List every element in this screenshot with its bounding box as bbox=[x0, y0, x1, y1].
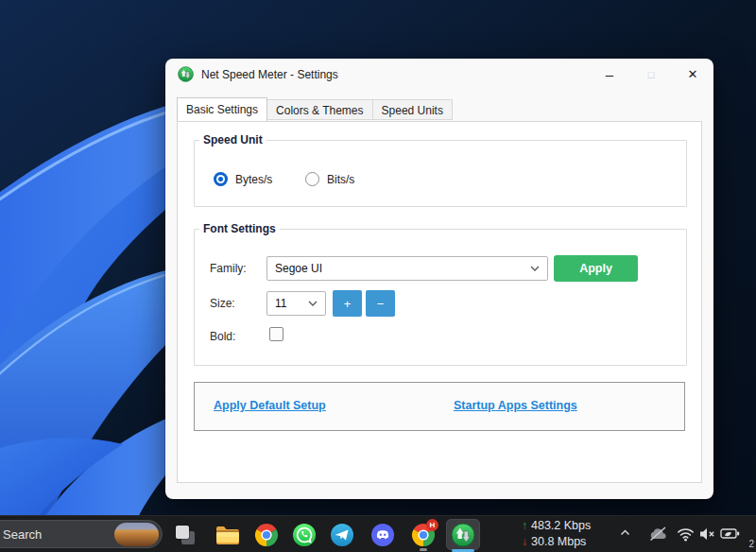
folder-icon bbox=[215, 524, 240, 546]
whatsapp-icon bbox=[292, 523, 317, 547]
decrease-size-button[interactable]: − bbox=[366, 290, 395, 317]
telegram-button[interactable] bbox=[330, 523, 354, 547]
bold-label: Bold: bbox=[210, 330, 235, 343]
radio-bits-label: Bits/s bbox=[327, 173, 354, 186]
chrome-button[interactable] bbox=[254, 523, 279, 547]
radio-unselected-icon bbox=[305, 172, 319, 186]
increase-size-button[interactable]: + bbox=[333, 290, 362, 317]
chrome-icon bbox=[254, 523, 279, 547]
radio-selected-icon bbox=[214, 172, 228, 186]
window-controls: – □ ✕ bbox=[589, 59, 713, 90]
chrome-profile-h-button[interactable]: H bbox=[411, 523, 436, 547]
onedrive-paused-cloud-icon bbox=[648, 526, 668, 542]
maximize-button[interactable]: □ bbox=[630, 59, 672, 90]
show-hidden-icons-button[interactable] bbox=[619, 528, 631, 537]
running-indicator bbox=[420, 548, 427, 551]
tab-basic-settings[interactable]: Basic Settings bbox=[177, 97, 267, 121]
font-size-combobox[interactable]: 11 bbox=[266, 291, 326, 316]
tab-page-basic-settings: Speed Unit Bytes/s Bits/s Font Settings … bbox=[177, 121, 702, 483]
chevron-down-icon bbox=[530, 266, 540, 271]
upload-arrow-icon: ↑ bbox=[522, 518, 527, 534]
bold-checkbox[interactable] bbox=[269, 327, 284, 341]
whatsapp-button[interactable] bbox=[292, 523, 317, 547]
battery-tray-button[interactable] bbox=[720, 527, 740, 540]
footer-links-box: Apply Default Setup Startup Apps Setting… bbox=[194, 382, 685, 431]
taskbar: Search bbox=[0, 515, 756, 552]
search-label: Search bbox=[3, 527, 42, 542]
download-arrow-icon: ↓ bbox=[522, 534, 527, 550]
onedrive-tray-button[interactable] bbox=[648, 526, 668, 542]
radio-bits-per-s[interactable]: Bits/s bbox=[305, 172, 354, 186]
active-app-indicator bbox=[452, 549, 474, 552]
discord-button[interactable] bbox=[370, 523, 395, 547]
apply-default-setup-link[interactable]: Apply Default Setup bbox=[214, 399, 326, 412]
radio-bytes-per-s[interactable]: Bytes/s bbox=[214, 172, 272, 186]
volume-tray-button[interactable] bbox=[699, 527, 716, 541]
radio-bytes-label: Bytes/s bbox=[235, 173, 272, 186]
font-size-value: 11 bbox=[275, 297, 286, 310]
desktop: Net Speed Meter - Settings – □ ✕ Basic S… bbox=[0, 0, 756, 552]
telegram-icon bbox=[330, 523, 354, 547]
font-family-value: Segoe UI bbox=[275, 262, 322, 275]
profile-badge: H bbox=[426, 519, 438, 531]
net-speed-meter-app-icon bbox=[178, 66, 194, 82]
settings-window: Net Speed Meter - Settings – □ ✕ Basic S… bbox=[165, 59, 713, 499]
bing-daily-image bbox=[114, 523, 159, 546]
net-speed-meter-icon bbox=[451, 523, 475, 547]
apply-button[interactable]: Apply bbox=[554, 255, 638, 282]
font-settings-group: Font Settings Family: Segoe UI Apply Siz… bbox=[194, 222, 687, 366]
net-speed-readout[interactable]: ↑ 483.2 Kbps ↓ 30.8 Mbps bbox=[522, 518, 591, 549]
taskbar-search[interactable]: Search bbox=[0, 520, 163, 548]
net-speed-meter-button[interactable] bbox=[446, 519, 480, 550]
wifi-tray-button[interactable] bbox=[677, 526, 695, 542]
window-titlebar[interactable]: Net Speed Meter - Settings – □ ✕ bbox=[165, 59, 713, 90]
volume-muted-icon bbox=[699, 527, 716, 541]
speed-unit-legend: Speed Unit bbox=[199, 133, 266, 147]
clock-fragment[interactable]: 2 bbox=[748, 539, 754, 549]
tab-strip: Basic Settings Colors & Themes Speed Uni… bbox=[177, 97, 453, 120]
battery-saver-icon bbox=[720, 527, 740, 540]
upload-speed: 483.2 Kbps bbox=[531, 518, 591, 534]
close-button[interactable]: ✕ bbox=[672, 59, 713, 90]
overlapping-squares-icon bbox=[173, 523, 198, 547]
family-label: Family: bbox=[210, 262, 247, 275]
overlapping-windows-app-button[interactable] bbox=[173, 523, 198, 547]
speed-unit-group: Speed Unit Bytes/s Bits/s bbox=[194, 133, 687, 207]
font-settings-legend: Font Settings bbox=[199, 222, 280, 235]
chevron-down-icon bbox=[308, 301, 318, 306]
minimize-button[interactable]: – bbox=[589, 59, 630, 90]
tab-colors-themes[interactable]: Colors & Themes bbox=[267, 99, 372, 120]
tab-speed-units[interactable]: Speed Units bbox=[373, 99, 453, 120]
startup-apps-settings-link[interactable]: Startup Apps Settings bbox=[454, 399, 577, 412]
size-label: Size: bbox=[210, 297, 235, 310]
wifi-icon bbox=[677, 526, 695, 542]
font-family-combobox[interactable]: Segoe UI bbox=[266, 256, 548, 281]
chevron-up-icon bbox=[619, 528, 631, 537]
discord-icon bbox=[370, 523, 395, 547]
window-title: Net Speed Meter - Settings bbox=[201, 68, 338, 81]
download-speed: 30.8 Mbps bbox=[531, 534, 586, 550]
file-explorer-button[interactable] bbox=[215, 523, 240, 547]
